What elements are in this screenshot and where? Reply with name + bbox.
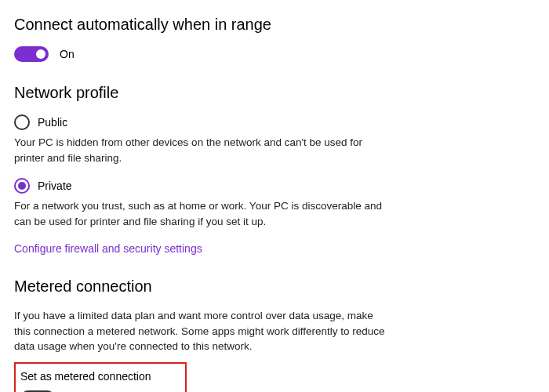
set-metered-label: Set as metered connection	[20, 370, 177, 383]
firewall-link[interactable]: Configure firewall and security settings	[14, 242, 202, 255]
settings-panel: Connect automatically when in range On N…	[0, 0, 549, 392]
network-profile-section: Network profile Public Your PC is hidden…	[14, 84, 535, 256]
auto-connect-toggle-label: On	[60, 48, 75, 60]
auto-connect-title: Connect automatically when in range	[14, 16, 535, 34]
metered-title: Metered connection	[14, 278, 535, 296]
auto-connect-toggle-row: On	[14, 46, 535, 62]
radio-public[interactable]: Public	[14, 114, 535, 130]
auto-connect-toggle[interactable]	[14, 46, 49, 62]
public-desc: Your PC is hidden from other devices on …	[14, 135, 391, 165]
radio-private[interactable]: Private	[14, 178, 535, 194]
toggle-knob	[36, 49, 45, 59]
radio-public-label: Public	[38, 116, 67, 129]
network-profile-title: Network profile	[14, 84, 535, 102]
radio-private-icon	[14, 178, 30, 194]
radio-public-icon	[14, 114, 30, 130]
auto-connect-section: Connect automatically when in range On	[14, 16, 535, 62]
radio-private-label: Private	[38, 180, 72, 192]
metered-desc: If you have a limited data plan and want…	[14, 308, 391, 354]
private-desc: For a network you trust, such as at home…	[14, 198, 391, 229]
metered-section: Metered connection If you have a limited…	[14, 278, 535, 392]
metered-highlight: Set as metered connection Off	[14, 362, 187, 392]
